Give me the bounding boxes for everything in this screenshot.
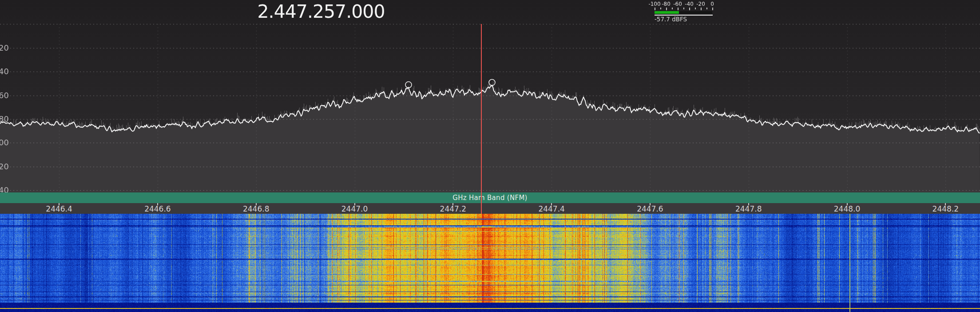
meter-tick: [660, 8, 661, 9]
frequency-tick-label: 2447.6: [637, 204, 663, 213]
spectrum-plot[interactable]: [0, 0, 980, 214]
meter-scale-label: 0: [710, 1, 714, 7]
tuning-marker-line[interactable]: [481, 24, 482, 214]
frequency-tick-label: 2447.8: [735, 204, 762, 213]
band-plan-label: GHz Ham Band (NFM): [452, 194, 528, 202]
frequency-tick-label: 2448.2: [932, 204, 959, 213]
frequency-axis: 2446.42446.62446.82447.02447.22447.42447…: [0, 203, 980, 214]
waterfall-display[interactable]: [0, 214, 980, 312]
signal-meter-level-bar: [655, 11, 679, 14]
meter-tick: [678, 8, 678, 10]
meter-scale-label: -80: [662, 1, 671, 7]
band-plan-bar: GHz Ham Band (NFM): [0, 192, 980, 203]
meter-scale-label: -60: [673, 1, 682, 7]
signal-meter: -57.7 dBFS -100-80-60-40-200: [652, 1, 714, 21]
meter-tick: [666, 8, 667, 10]
meter-scale-label: -20: [696, 1, 705, 7]
meter-tick: [672, 8, 673, 9]
frequency-tick-label: 2446.8: [243, 204, 269, 213]
signal-meter-value: -57.7 dBFS: [655, 16, 687, 23]
frequency-tick-label: 2446.6: [144, 204, 171, 213]
meter-tick: [712, 8, 713, 10]
meter-tick: [689, 8, 690, 10]
meter-tick: [706, 8, 707, 9]
frequency-tick-label: 2447.0: [341, 204, 368, 213]
frequency-tick-label: 2447.2: [440, 204, 466, 213]
meter-scale-label: -40: [685, 1, 694, 7]
meter-scale-label: -100: [648, 1, 660, 7]
meter-tick: [655, 8, 655, 10]
frequency-tick-label: 2447.4: [538, 204, 564, 213]
meter-tick: [695, 8, 696, 9]
frequency-tick-label: 2446.4: [46, 204, 72, 213]
sdr-receiver-panel: 2.447.257.000 -57.7 dBFS -100-80-60-40-2…: [0, 0, 980, 312]
signal-meter-scale: -57.7 dBFS -100-80-60-40-200: [655, 1, 712, 21]
meter-tick: [683, 8, 684, 9]
frequency-display[interactable]: 2.447.257.000: [258, 1, 385, 22]
frequency-tick-label: 2448.0: [834, 204, 860, 213]
signal-meter-track: [655, 11, 712, 14]
meter-tick: [701, 8, 702, 10]
